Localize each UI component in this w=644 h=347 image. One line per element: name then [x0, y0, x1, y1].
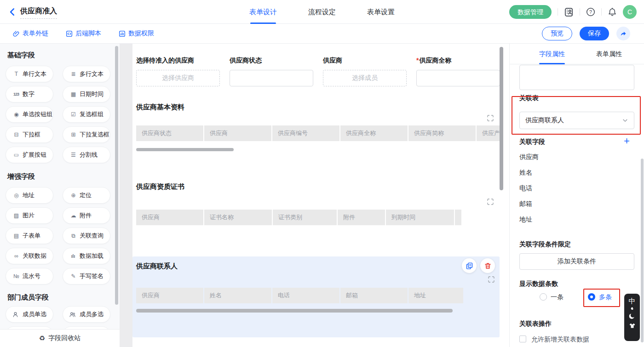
- field-pill-radio-group[interactable]: ◉单选按钮组: [6, 106, 53, 123]
- selected-widget-supplier-contacts[interactable]: 供应商联系人 供应商 姓名 电话 邮箱 地址: [132, 256, 500, 337]
- delete-widget-button[interactable]: [480, 258, 495, 273]
- table-title-contacts: 供应商联系人: [136, 262, 178, 271]
- radio-multiple-rows-label[interactable]: 多条: [599, 293, 612, 301]
- select-member-input[interactable]: 选择成员: [323, 70, 407, 86]
- related-field-item[interactable]: 邮箱: [519, 200, 532, 208]
- add-related-field-icon[interactable]: +: [624, 137, 630, 145]
- radio-multiple-rows[interactable]: [588, 293, 595, 301]
- field-library-sidebar: 基础字段 T单行文本 ≣多行文本 123数字 ▦日期时间 ◉单选按钮组 ☑复选框…: [0, 44, 120, 347]
- theme-shirt-icon[interactable]: [629, 322, 636, 329]
- field-pill-divider[interactable]: ☰分割线: [63, 147, 110, 163]
- panel-scrollbar[interactable]: [641, 159, 644, 342]
- field-supplier-status[interactable]: 供应商状态: [230, 57, 313, 86]
- dark-mode-moon-icon[interactable]: [628, 313, 636, 320]
- related-table-select[interactable]: 供应商联系人: [519, 112, 634, 129]
- notification-bell-icon[interactable]: [608, 7, 617, 17]
- field-pill-datetime[interactable]: ▦日期时间: [63, 86, 110, 102]
- field-supplier[interactable]: 供应商 选择成员: [323, 57, 407, 86]
- field-pill-multi-dropdown[interactable]: ⊞下拉复选框: [63, 126, 110, 143]
- field-supplier-full-name[interactable]: *供应商全称: [416, 57, 500, 86]
- required-mark: *: [416, 57, 419, 64]
- single-line-text-icon: T: [12, 71, 20, 77]
- user-avatar[interactable]: C: [623, 5, 637, 19]
- tab-form-design[interactable]: 表单设计: [249, 0, 277, 24]
- radio-single-row[interactable]: [540, 293, 547, 301]
- help-icon[interactable]: ?: [586, 7, 595, 17]
- expand-icon[interactable]: [487, 198, 494, 205]
- column-header: 地址: [408, 288, 463, 303]
- field-pill-related-data[interactable]: ∞关联数据: [6, 248, 53, 264]
- target-icon: ⊕: [69, 192, 77, 199]
- backend-script-link[interactable]: 后端脚本: [66, 29, 101, 38]
- field-pill-member-multi[interactable]: 成员多选: [63, 306, 110, 323]
- location-pin-icon: ◎: [12, 192, 20, 199]
- save-button[interactable]: 保存: [580, 27, 609, 40]
- field-pill-checkbox-group[interactable]: ☑复选框组: [63, 106, 110, 123]
- svg-text:?: ?: [589, 9, 592, 15]
- field-pill-attachment[interactable]: ☁附件: [63, 207, 110, 224]
- allow-add-related-data-checkbox[interactable]: [519, 336, 526, 342]
- table-horizontal-scrollbar[interactable]: [136, 148, 234, 151]
- active-tab-underline: [539, 63, 565, 64]
- canvas-scrollbar[interactable]: [500, 47, 503, 190]
- field-pill-address[interactable]: ◎地址: [6, 187, 53, 204]
- data-manage-button[interactable]: 数据管理: [509, 5, 552, 19]
- field-pill-number[interactable]: 123数字: [6, 86, 53, 102]
- field-pill-image[interactable]: ▨图片: [6, 207, 53, 224]
- column-header: 邮箱: [340, 288, 408, 303]
- column-header: 电话: [272, 288, 339, 303]
- add-condition-button[interactable]: 添加关联条件: [519, 253, 634, 270]
- back-icon[interactable]: [8, 8, 17, 16]
- supplier-full-name-input[interactable]: [416, 70, 500, 86]
- field-pill-data-load[interactable]: ılı数据加载: [63, 248, 110, 264]
- tab-form-setting[interactable]: 表单设置: [367, 0, 395, 24]
- data-permission-link[interactable]: 数据权限: [119, 29, 154, 38]
- field-pill-related-query[interactable]: ⧉关联查询: [63, 228, 110, 244]
- basic-info-table-header[interactable]: 供应商状态 供应商 供应商编号 供应商全称 供应商简称 供应产: [136, 125, 500, 141]
- form-external-link[interactable]: 表单外链: [13, 29, 48, 38]
- address-book-icon[interactable]: [564, 7, 574, 17]
- expand-icon[interactable]: [487, 114, 494, 122]
- small-toggle-icon[interactable]: [631, 307, 634, 310]
- select-supplier-input[interactable]: 选择供应商: [136, 70, 220, 86]
- supplier-status-input[interactable]: [230, 70, 313, 86]
- field-pill-multi-line-text[interactable]: ≣多行文本: [63, 66, 110, 82]
- copy-widget-button[interactable]: [462, 258, 477, 273]
- share-button[interactable]: [616, 27, 630, 40]
- certificates-table-header[interactable]: 供应商 证书名称 证书类别 附件 到期时间: [136, 210, 462, 225]
- top-right-cluster: 数据管理 ? C: [509, 0, 637, 24]
- field-select-pending-supplier[interactable]: 选择待准入的供应商 选择供应商: [136, 57, 220, 86]
- script-icon: [66, 30, 73, 37]
- truncated-text-input[interactable]: [519, 65, 634, 90]
- preview-button[interactable]: 预览: [542, 27, 572, 40]
- expand-icon[interactable]: [488, 276, 495, 283]
- language-toggle-icon[interactable]: 中: [629, 297, 636, 305]
- field-pill-dropdown[interactable]: ⊟下拉框: [6, 126, 53, 143]
- related-field-item[interactable]: 电话: [519, 184, 532, 193]
- related-field-item[interactable]: 地址: [519, 216, 532, 224]
- bar-chart-icon: ılı: [69, 254, 77, 259]
- section-title-basic-fields: 基础字段: [7, 51, 120, 60]
- related-field-item[interactable]: 姓名: [519, 169, 532, 177]
- field-pill-geolocation[interactable]: ⊕定位: [63, 187, 110, 204]
- basic-fields-grid: T单行文本 ≣多行文本 123数字 ▦日期时间 ◉单选按钮组 ☑复选框组 ⊟下拉…: [6, 66, 120, 163]
- field-pill-serial-number[interactable]: №流水号: [6, 268, 53, 284]
- table-horizontal-scrollbar[interactable]: [136, 309, 453, 313]
- contacts-table-header[interactable]: 供应商 姓名 电话 邮箱 地址: [136, 288, 464, 303]
- tab-field-properties[interactable]: 字段属性: [539, 44, 565, 64]
- related-field-item[interactable]: 供应商: [519, 153, 539, 161]
- field-recycle-bin[interactable]: ♻ 字段回收站: [0, 329, 120, 347]
- field-pill-single-line-text[interactable]: T单行文本: [6, 66, 53, 82]
- image-icon: ▨: [12, 212, 20, 219]
- tab-form-properties[interactable]: 表单属性: [596, 44, 622, 64]
- radio-single-row-label[interactable]: 一条: [551, 293, 564, 301]
- allow-add-related-data-label[interactable]: 允许新增关联表数据: [531, 336, 589, 344]
- tab-flow-setting[interactable]: 流程设定: [308, 0, 336, 24]
- column-header: 供应商编号: [272, 125, 339, 141]
- field-pill-handwritten-signature[interactable]: ✎手写签名: [63, 268, 110, 284]
- sidebar-scrollbar[interactable]: [115, 46, 118, 305]
- page-title[interactable]: 供应商准入: [20, 6, 57, 19]
- field-pill-extend-button[interactable]: ▭扩展按钮: [6, 147, 53, 163]
- field-pill-member-single[interactable]: 成员单选: [6, 306, 53, 323]
- field-pill-subform[interactable]: ▤子表单: [6, 228, 53, 244]
